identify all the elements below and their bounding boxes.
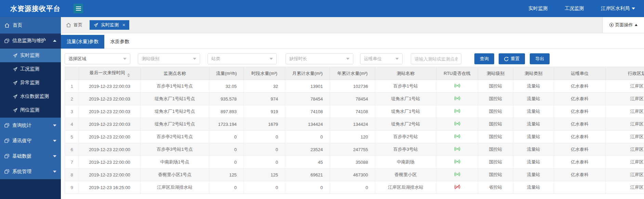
- sidebar-item-query-statistics[interactable]: 查询统计: [0, 118, 61, 133]
- table-row[interactable]: 32019-12-23 22:00:03堤角水厂1号站2号点897.893919…: [65, 105, 644, 118]
- export-button[interactable]: 导出: [530, 53, 550, 64]
- station-type-select[interactable]: 站类: [208, 53, 277, 64]
- table-cell: 堤角水厂2号站: [375, 118, 436, 131]
- table-cell: 32: [244, 80, 285, 93]
- archive-icon: [4, 39, 9, 43]
- table-cell: 74108: [285, 105, 330, 118]
- table-row[interactable]: 12019-12-23 22:00:03百步亭1号站1号点32.05321390…: [65, 80, 644, 93]
- table-cell: 78454: [285, 93, 330, 105]
- table-cell: 百步亭2号站: [375, 131, 436, 143]
- table-row[interactable]: 72019-12-23 22:00:00中南剧场1号点004535088中南剧场…: [65, 156, 644, 169]
- table-cell: 亿水泰科: [554, 80, 606, 93]
- sidebar-item-info-monitoring[interactable]: 信息监测与维护: [0, 34, 61, 48]
- hamburger-menu-icon[interactable]: [74, 4, 83, 13]
- maintenance-unit-select[interactable]: 运维单位: [360, 53, 403, 64]
- monitoring-table-wrap: 最后一次来报时间监测点名称流量(m³/h)时段水量(m³)月累计水量(m³)年累…: [65, 67, 644, 194]
- rtu-online-icon: [454, 134, 461, 139]
- table-cell: 百步亭2号站1号点: [141, 131, 209, 143]
- sidebar-item-label: 实时监测: [20, 52, 39, 58]
- table-cell: 亿水泰科: [554, 131, 606, 143]
- chevron-down-icon: [346, 58, 350, 60]
- rtu-online-icon: [454, 159, 461, 164]
- page-operations-button[interactable]: 页面操作: [602, 17, 644, 33]
- archive-icon: [4, 154, 9, 158]
- tab-flow-params[interactable]: 流量(水量)参数: [61, 35, 104, 49]
- rtu-status-cell: [436, 105, 478, 118]
- rtu-status-cell: [436, 156, 478, 169]
- region-select[interactable]: 选择区域: [65, 53, 130, 64]
- table-cell: 125: [209, 169, 244, 181]
- table-cell: 1723.194: [209, 118, 244, 131]
- table-cell: 0: [285, 131, 330, 143]
- table-cell: 2019-12-23 22:00:00: [79, 169, 141, 181]
- table-header-row: 最后一次来报时间监测点名称流量(m³/h)时段水量(m³)月累计水量(m³)年累…: [65, 67, 644, 80]
- table-cell: 0: [209, 156, 244, 169]
- table-cell: 国控站: [478, 156, 513, 169]
- table-row[interactable]: 62019-12-23 22:00:00百步亭3号站1号点00235242477…: [65, 143, 644, 156]
- sidebar-item-condition-monitoring[interactable]: 工况监测: [0, 62, 61, 76]
- close-icon[interactable]: ×: [122, 22, 125, 28]
- table-cell: 2019-12-23 22:00:03: [79, 93, 141, 105]
- table-cell: 2019-12-23 22:00:00: [79, 156, 141, 169]
- table-cell: 流量站: [513, 143, 554, 156]
- breadcrumb-active-label: 实时监测: [101, 22, 119, 28]
- chevron-down-icon: [53, 171, 56, 173]
- table-cell: 国控站: [478, 169, 513, 181]
- archive-icon: [4, 138, 9, 143]
- table-cell: 2019-12-23 16:25:00: [79, 181, 141, 194]
- table-cell: 2019-12-23 22:00:03: [79, 105, 141, 118]
- user-menu[interactable]: 江岸区水利局: [601, 5, 635, 12]
- table-cell: 9: [65, 181, 79, 194]
- table-row[interactable]: 52019-12-23 22:00:00百步亭2号站1号点000120百步亭2号…: [65, 131, 644, 143]
- sidebar: 首页 信息监测与维护 实时监测 工况监测 异常监测 水: [0, 17, 61, 199]
- column-header: 测站类别: [513, 67, 554, 80]
- sidebar-item-label: 信息监测与维护: [12, 38, 46, 44]
- topnav-realtime-link[interactable]: 实时监测: [528, 5, 548, 12]
- column-header: 监测点名称: [141, 67, 209, 80]
- rtu-status-cell: [436, 93, 478, 105]
- sidebar-item-gate-monitoring[interactable]: 闸位监测: [0, 103, 61, 117]
- chevron-down-icon: [53, 140, 56, 142]
- table-cell: 江岸区: [606, 131, 644, 143]
- sidebar-item-anomaly-monitoring[interactable]: 异常监测: [0, 76, 61, 90]
- missing-report-duration-select[interactable]: 缺报时长: [286, 53, 353, 64]
- table-cell: 百步亭3号站1号点: [141, 143, 209, 156]
- sidebar-item-system-management[interactable]: 系统管理: [0, 164, 61, 179]
- table-row[interactable]: 92019-12-23 16:25:00江岸区后湖排水站0000江岸区后湖排水站…: [65, 181, 644, 194]
- table-cell: 6: [65, 143, 79, 156]
- archive-icon: [4, 169, 9, 174]
- sort-icon[interactable]: [127, 73, 130, 77]
- table-row[interactable]: 42019-12-23 22:00:03堤角水厂2号站1号点1723.19416…: [65, 118, 644, 131]
- column-header: 行政区划: [606, 67, 644, 80]
- table-row[interactable]: 22019-12-23 22:00:03堤角水厂1号站1号点935.578974…: [65, 93, 644, 105]
- top-header-bar: 水资源接收平台 实时监测 工况监测 江岸区水利局: [0, 0, 644, 17]
- rtu-status-cell: [436, 143, 478, 156]
- station-search-input[interactable]: [411, 53, 461, 64]
- topnav-condition-link[interactable]: 工况监测: [565, 5, 584, 12]
- sidebar-item-comm-duty[interactable]: 通讯值守: [0, 133, 61, 148]
- table-cell: 0: [285, 181, 330, 194]
- sidebar-item-home[interactable]: 首页: [0, 17, 61, 34]
- rtu-online-icon: [454, 146, 461, 151]
- table-cell: 江岸区: [606, 156, 644, 169]
- reset-button[interactable]: 重置: [499, 53, 525, 64]
- tab-water-quality[interactable]: 水质参数: [104, 35, 135, 49]
- table-cell: 堤角水厂1号站: [375, 105, 436, 118]
- table-cell: 69621: [285, 169, 330, 181]
- table-cell: 45: [285, 156, 330, 169]
- breadcrumb-tab-active[interactable]: 实时监测 ×: [90, 20, 129, 30]
- sidebar-item-realtime-monitoring[interactable]: 实时监测: [0, 49, 61, 62]
- breadcrumb-tab-home[interactable]: 首页: [66, 22, 82, 28]
- column-header[interactable]: 最后一次来报时间: [79, 67, 141, 80]
- column-header: 月累计水量(m³): [285, 67, 330, 80]
- sidebar-submenu: 实时监测 工况监测 异常监测 水位数据监测 闸位监测: [0, 48, 61, 118]
- table-row[interactable]: 82019-12-23 22:00:00香榭里小区1号点125125696214…: [65, 169, 644, 181]
- rtu-online-icon: [454, 96, 461, 101]
- radio-dot-icon: [609, 23, 614, 27]
- sidebar-item-base-data[interactable]: 基础数据: [0, 148, 61, 164]
- sidebar-item-waterlevel-monitoring[interactable]: 水位数据监测: [0, 90, 61, 103]
- table-cell: 江岸区后湖排水站: [141, 181, 209, 194]
- table-cell: 74108: [330, 105, 375, 118]
- query-button[interactable]: 查询: [474, 53, 494, 64]
- station-level-select[interactable]: 测站级别: [138, 53, 200, 64]
